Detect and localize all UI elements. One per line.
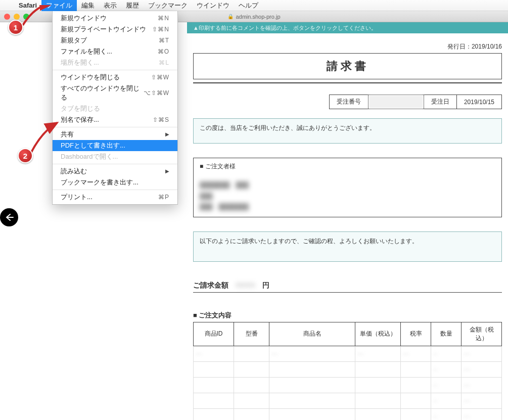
annotation-arrow-2 — [29, 121, 65, 157]
menu-import[interactable]: 読み込む▶ — [53, 166, 177, 177]
menu-close-tab: タブを閉じる — [53, 103, 177, 114]
order-contents-label: ■ ご注文内容 — [193, 311, 502, 320]
order-no-label: 受注番号 — [329, 95, 368, 109]
table-row: ----------------- — [194, 346, 502, 361]
menu-open-dashboard: Dashboardで開く... — [53, 151, 177, 162]
menu-new-window[interactable]: 新規ウインドウ⌘N — [53, 13, 177, 24]
menu-new-tab[interactable]: 新規タブ⌘T — [53, 35, 177, 46]
invoice-amount: ご請求金額 00000 円 — [193, 281, 502, 290]
issue-date: 発行日：2019/10/16 — [193, 42, 502, 51]
orderer-box: ■ ご注文者様 ███████ █████████ ███████ — [193, 158, 502, 217]
request-box: 以下のようにご請求いたしますので、ご確認の程、よろしくお願いいたします。 — [193, 231, 502, 262]
table-row: ----- — [194, 377, 502, 393]
menu-export-bookmarks[interactable]: ブックマークを書き出す... — [53, 177, 177, 188]
menubar-bookmarks[interactable]: ブックマーク — [144, 0, 192, 11]
menubar-edit[interactable]: 編集 — [77, 0, 99, 11]
menu-export-pdf[interactable]: PDFとして書き出す... — [53, 140, 177, 151]
order-date-label: 受注日 — [424, 95, 456, 109]
menubar-help[interactable]: ヘルプ — [234, 0, 263, 11]
menubar-window[interactable]: ウインドウ — [192, 0, 234, 11]
submenu-arrow-icon: ▶ — [165, 130, 169, 139]
menu-share[interactable]: 共有▶ — [53, 129, 177, 140]
menu-open-file[interactable]: ファイルを開く...⌘O — [53, 46, 177, 57]
invoice-document: 発行日：2019/10/16 請求書 受注番号 0000000000 受注日 2… — [187, 22, 508, 420]
order-meta-table: 受注番号 0000000000 受注日 2019/10/15 — [329, 95, 502, 109]
menubar: Safari ファイル 編集 表示 履歴 ブックマーク ウインドウ ヘルプ — [0, 0, 508, 11]
table-row: ----- — [194, 393, 502, 408]
menu-close-all-windows[interactable]: すべてのウインドウを閉じる⌥⇧⌘W — [53, 83, 177, 103]
table-row: ----- — [194, 361, 502, 377]
invoice-title: 請求書 — [193, 53, 502, 79]
close-window-button[interactable] — [4, 14, 10, 20]
minimize-window-button[interactable] — [14, 14, 20, 20]
menubar-history[interactable]: 履歴 — [121, 0, 144, 11]
back-button[interactable] — [0, 208, 18, 226]
items-table: 商品ID 型番 商品名 単価（税込） 税率 数量 金額（税込） --------… — [193, 322, 502, 420]
annotation-badge-2: 2 — [18, 148, 33, 163]
order-no-value: 0000000000 — [368, 95, 424, 109]
submenu-arrow-icon: ▶ — [165, 167, 169, 176]
menubar-view[interactable]: 表示 — [99, 0, 121, 11]
menu-save-as[interactable]: 別名で保存...⇧⌘S — [53, 114, 177, 125]
menu-close-window[interactable]: ウインドウを閉じる⇧⌘W — [53, 72, 177, 83]
order-date-value: 2019/10/15 — [456, 95, 501, 109]
menu-open-location: 場所を開く...⌘L — [53, 57, 177, 68]
orderer-label: ■ ご注文者様 — [200, 162, 495, 171]
orderer-details: ███████ █████████ ███████ — [200, 180, 495, 213]
lock-icon: 🔒 — [227, 14, 234, 19]
file-menu: 新規ウインドウ⌘N 新規プライベートウインドウ⇧⌘N 新規タブ⌘T ファイルを開… — [52, 11, 178, 205]
menu-new-private-window[interactable]: 新規プライベートウインドウ⇧⌘N — [53, 24, 177, 35]
annotation-badge-1: 1 — [8, 20, 23, 35]
table-row: ----- — [194, 408, 502, 420]
address-host: admin.shop-pro.jp — [236, 14, 280, 20]
thanks-box: この度は、当店をご利用いただき、誠にありがとうございます。 — [193, 118, 502, 144]
annotation-arrow-1 — [20, 5, 61, 30]
arrow-left-icon — [7, 214, 13, 220]
menu-print[interactable]: プリント...⌘P — [53, 192, 177, 203]
